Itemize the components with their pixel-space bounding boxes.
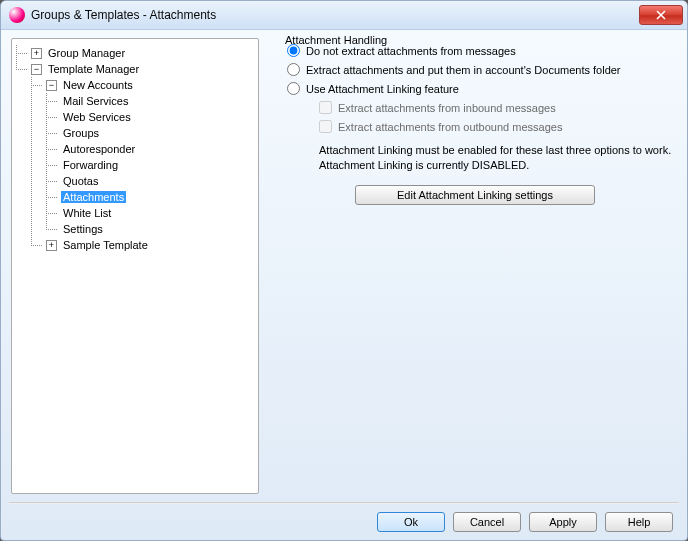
tree-node-settings[interactable]: Settings <box>16 221 254 237</box>
tree-node-forwarding[interactable]: Forwarding <box>16 157 254 173</box>
dialog-footer: Ok Cancel Apply Help <box>11 512 677 534</box>
close-icon <box>656 10 666 20</box>
radio-label: Extract attachments and put them in acco… <box>306 64 621 76</box>
apply-button[interactable]: Apply <box>529 512 597 532</box>
radio-label: Do not extract attachments from messages <box>306 45 516 57</box>
attachment-handling-group: Attachment Handling Do not extract attac… <box>273 38 677 494</box>
tree-node-quotas[interactable]: Quotas <box>16 173 254 189</box>
expand-icon[interactable]: + <box>46 240 57 251</box>
radio-input[interactable] <box>287 82 300 95</box>
checkbox-label: Extract attachments from inbound message… <box>338 102 556 114</box>
app-icon <box>9 7 25 23</box>
expand-icon[interactable]: + <box>31 48 42 59</box>
tree-node-new-accounts[interactable]: − New Accounts <box>16 77 254 93</box>
tree-node-template-manager[interactable]: − Template Manager <box>16 61 254 77</box>
tree-node-white-list[interactable]: White List <box>16 205 254 221</box>
check-extract-inbound[interactable]: Extract attachments from inbound message… <box>319 101 677 114</box>
checkbox-input[interactable] <box>319 120 332 133</box>
window-title: Groups & Templates - Attachments <box>31 8 639 22</box>
tree-node-group-manager[interactable]: + Group Manager <box>16 45 254 61</box>
footer-divider <box>9 502 679 504</box>
dialog-window: Groups & Templates - Attachments + Group… <box>0 0 688 541</box>
radio-label: Use Attachment Linking feature <box>306 83 459 95</box>
radio-use-attachment-linking[interactable]: Use Attachment Linking feature <box>287 82 677 95</box>
attachment-linking-note: Attachment Linking must be enabled for t… <box>319 143 677 173</box>
checkbox-input[interactable] <box>319 101 332 114</box>
edit-attachment-linking-button[interactable]: Edit Attachment Linking settings <box>355 185 595 205</box>
ok-button[interactable]: Ok <box>377 512 445 532</box>
tree-node-sample-template[interactable]: + Sample Template <box>16 237 254 253</box>
close-button[interactable] <box>639 5 683 25</box>
cancel-button[interactable]: Cancel <box>453 512 521 532</box>
tree-node-mail-services[interactable]: Mail Services <box>16 93 254 109</box>
collapse-icon[interactable]: − <box>46 80 57 91</box>
titlebar[interactable]: Groups & Templates - Attachments <box>1 1 687 30</box>
tree-node-autoresponder[interactable]: Autoresponder <box>16 141 254 157</box>
collapse-icon[interactable]: − <box>31 64 42 75</box>
settings-pane: Attachment Handling Do not extract attac… <box>273 38 677 494</box>
nav-tree[interactable]: + Group Manager − Template Manager <box>11 38 259 494</box>
tree-node-groups[interactable]: Groups <box>16 125 254 141</box>
client-area: + Group Manager − Template Manager <box>1 30 687 540</box>
radio-input[interactable] <box>287 63 300 76</box>
help-button[interactable]: Help <box>605 512 673 532</box>
checkbox-label: Extract attachments from outbound messag… <box>338 121 562 133</box>
groupbox-title: Attachment Handling <box>281 34 391 46</box>
tree-node-attachments[interactable]: Attachments <box>16 189 254 205</box>
check-extract-outbound[interactable]: Extract attachments from outbound messag… <box>319 120 677 133</box>
tree-node-web-services[interactable]: Web Services <box>16 109 254 125</box>
radio-extract-to-documents[interactable]: Extract attachments and put them in acco… <box>287 63 677 76</box>
